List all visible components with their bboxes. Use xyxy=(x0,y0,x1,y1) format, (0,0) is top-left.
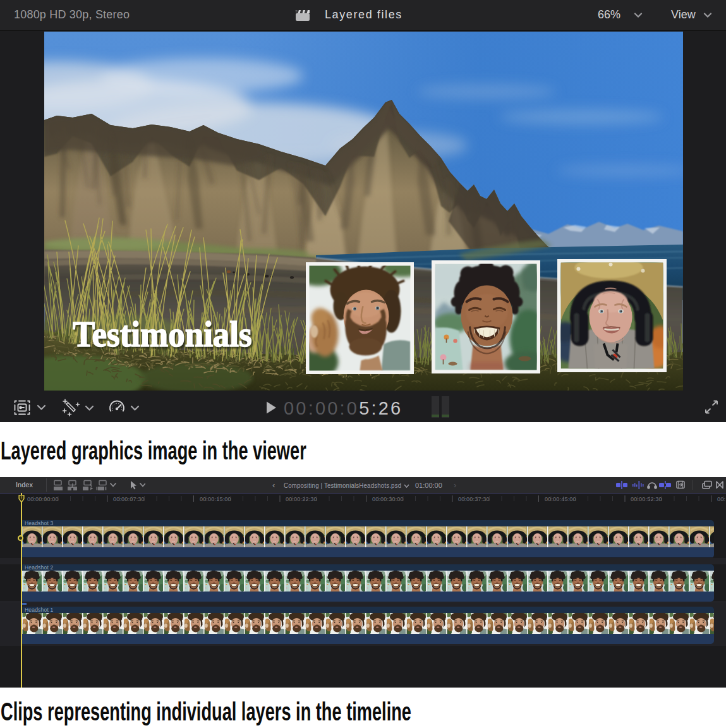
svg-text:Testimonials: Testimonials xyxy=(73,314,252,354)
